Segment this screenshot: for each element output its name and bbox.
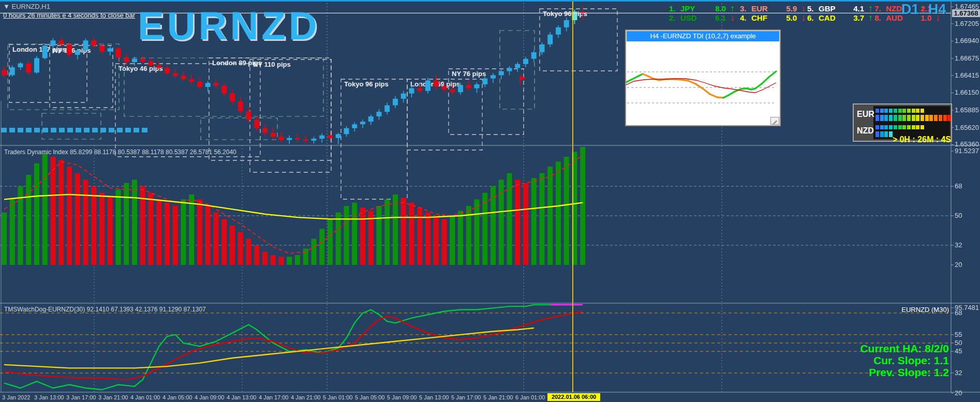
candlestick — [564, 20, 569, 27]
tdi-baseline — [4, 195, 583, 219]
strength-segment — [898, 109, 902, 113]
strength-segment — [894, 115, 897, 121]
candlestick — [352, 124, 357, 128]
tms-tick-label: 32 — [955, 369, 962, 377]
tdi-histogram-bar — [10, 199, 15, 265]
candlestick — [189, 79, 194, 82]
tdi-inset-titlebar[interactable]: H4 -EURNZD TDI (10,2,7) example — [627, 31, 779, 41]
time-axis-label[interactable]: 6 Jan 01:00 — [515, 394, 545, 400]
candlestick — [368, 116, 374, 122]
strength-meter-plot — [873, 106, 950, 139]
time-axis-label[interactable]: 5 Jan 09:00 — [387, 394, 417, 400]
strength-segment — [875, 125, 879, 129]
inset-price-line — [710, 94, 717, 97]
timeframe-button-h4[interactable]: H4 — [928, 2, 946, 18]
candlestick — [425, 80, 430, 91]
tdi-histogram-bar — [319, 229, 324, 265]
time-axis-label[interactable]: 5 Jan 01:00 — [323, 394, 353, 400]
candlestick — [181, 76, 186, 79]
blue-dot-marker — [84, 128, 90, 132]
inset-price-line — [681, 80, 688, 81]
trading-terminal: London 127 pipsNY 106 pipsTokyo 46 pipsL… — [0, 0, 980, 402]
strength-segment — [889, 125, 893, 129]
tdi-histogram-bar — [393, 195, 398, 265]
meter-label-nzd: NZD — [857, 126, 874, 136]
session-label: Tokyo 46 pips — [118, 65, 163, 72]
tms-tick-label: 55 — [955, 331, 962, 338]
price-tick-label: 1.67205 — [955, 20, 979, 27]
candlestick — [507, 68, 512, 71]
tdi-histogram-bar — [328, 219, 333, 265]
tdi-histogram-bar — [149, 193, 154, 265]
candlestick — [116, 48, 121, 57]
day-range-box — [42, 113, 101, 139]
slope-hud: Current HA: 8/2/0 Cur. Slope: 1.1 Prev. … — [860, 343, 949, 378]
tdi-histogram-bar — [262, 252, 268, 265]
blue-dot-marker — [125, 128, 131, 132]
hud-current-ha: Current HA: 8/2/0 — [860, 343, 949, 354]
tdi-inset-window[interactable]: H4 -EURNZD TDI (10,2,7) example — [625, 29, 781, 126]
tdi-tick-label: 68 — [955, 182, 962, 190]
time-axis-label[interactable]: 4 Jan 17:00 — [259, 394, 289, 400]
tdi-histogram-bar — [401, 198, 406, 265]
candlestick — [499, 71, 504, 76]
tdi-histogram-bar — [197, 199, 202, 265]
tdi-histogram-bar — [271, 255, 276, 265]
strength-segment — [902, 109, 906, 113]
tdi-histogram-bar — [51, 157, 56, 265]
strength-segment — [875, 115, 879, 121]
meter-label-eur: EUR — [857, 110, 874, 119]
time-axis-label[interactable]: 5 Jan 13:00 — [419, 394, 449, 400]
time-axis-label[interactable]: 5 Jan 21:00 — [483, 394, 513, 400]
tdi-histogram-bar — [221, 219, 227, 265]
candlestick — [523, 59, 528, 64]
time-axis-label[interactable]: 5 Jan 17:00 — [451, 394, 481, 400]
candlestick — [83, 40, 88, 50]
time-axis-label[interactable]: 3 Jan 2022 — [2, 394, 30, 400]
time-axis-label[interactable]: 4 Jan 13:00 — [227, 394, 257, 400]
candlestick — [197, 82, 202, 87]
candlestick — [75, 50, 80, 55]
candlestick — [442, 86, 447, 90]
candlestick — [173, 73, 178, 76]
tdi-tick-label: 50 — [955, 212, 962, 219]
collapse-arrow-icon[interactable]: ▼ — [3, 3, 10, 10]
time-axis-label[interactable]: 3 Jan 17:00 — [66, 394, 96, 400]
strength-segment — [912, 115, 915, 121]
timeframe-button-d1[interactable]: D1 — [901, 2, 919, 18]
tdi-histogram-bar — [205, 206, 211, 265]
time-axis-label[interactable]: 4 Jan 05:00 — [162, 394, 192, 400]
resize-grip-icon[interactable] — [770, 117, 779, 125]
tdi-histogram-bar — [83, 180, 88, 265]
crosshair-time-box: 2022.01.06 06:00 — [547, 393, 600, 401]
strength-segment — [916, 109, 919, 113]
tdi-histogram-bar — [491, 186, 496, 265]
candlestick — [99, 46, 105, 51]
time-axis-label[interactable]: 4 Jan 21:00 — [291, 394, 321, 400]
strength-segment — [907, 125, 911, 129]
candlestick — [482, 79, 487, 84]
tdi-histogram-bar — [417, 207, 422, 265]
time-axis-label[interactable]: 5 Jan 05:00 — [355, 394, 385, 400]
strength-segment — [920, 125, 924, 129]
inset-price-line — [762, 77, 769, 84]
time-axis-label[interactable]: 3 Jan 13:00 — [34, 394, 64, 400]
inset-price-line — [729, 92, 735, 95]
time-axis-label[interactable]: 3 Jan 21:00 — [98, 394, 128, 400]
candlestick — [279, 137, 284, 140]
inset-price-line — [717, 97, 723, 98]
strength-segment — [907, 109, 911, 113]
time-axis-label[interactable]: 4 Jan 09:00 — [195, 394, 225, 400]
flag-marker-icon — [520, 76, 525, 85]
inset-price-line — [695, 84, 703, 88]
chart-window-title[interactable]: ▼ EURNZD,H1 — [3, 3, 50, 10]
candlestick — [474, 84, 480, 88]
hud-prev-slope: Prev. Slope: 1.2 — [860, 366, 949, 378]
strength-segment — [889, 109, 893, 113]
time-axis-label[interactable]: 4 Jan 01:00 — [130, 394, 160, 400]
tdi-histogram-bar — [425, 213, 430, 265]
tms-line-fast — [4, 305, 550, 390]
tdi-histogram-bar — [75, 173, 80, 265]
candlestick — [26, 63, 31, 72]
strength-segment — [880, 109, 884, 113]
